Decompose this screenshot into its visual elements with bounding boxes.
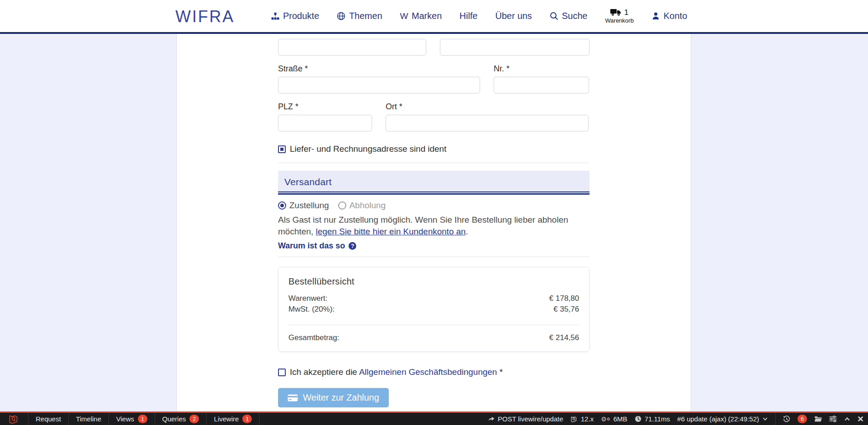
livewire-badge: 1 xyxy=(242,415,252,423)
tab-label: Request xyxy=(36,415,61,423)
summary-total-value: € 214,56 xyxy=(549,332,579,343)
nav-label: Produkte xyxy=(283,11,319,21)
nav-item-warenkorb[interactable]: 1 Warenkorb xyxy=(605,9,634,23)
guest-text-suffix: . xyxy=(466,227,468,236)
address-field-2[interactable] xyxy=(440,39,590,56)
history-count-badge[interactable]: 6 xyxy=(797,415,807,423)
views-badge: 1 xyxy=(138,415,147,423)
radio-zustellung-label: Zustellung xyxy=(289,201,329,210)
ident-address-row: Liefer- und Rechnungsadresse sind ident xyxy=(278,144,590,154)
nav-item-marken[interactable]: W Marken xyxy=(400,11,442,21)
laravel-version-label: 12.x xyxy=(581,415,594,423)
order-summary-card: Bestellübersicht Warenwert: € 178,80 MwS… xyxy=(278,267,590,352)
truck-icon xyxy=(610,9,621,16)
city-label: Ort * xyxy=(386,102,589,112)
request-selector[interactable]: #6 update (ajax) (22:49:52) xyxy=(677,415,768,423)
summary-row-value: € 35,76 xyxy=(553,304,579,315)
radio-selected-icon[interactable] xyxy=(278,201,286,210)
credit-card-icon xyxy=(288,394,298,402)
close-button[interactable] xyxy=(858,416,863,422)
summary-title: Bestellübersicht xyxy=(288,276,579,287)
clock-icon xyxy=(635,416,642,422)
time-item: 71.11ms xyxy=(635,415,670,423)
ident-address-label: Liefer- und Rechnungsadresse sind ident xyxy=(290,144,446,154)
nav-label: Themen xyxy=(349,11,382,21)
search-icon xyxy=(550,12,558,20)
sliders-icon xyxy=(829,416,837,422)
summary-row-label: Warenwert: xyxy=(288,293,327,304)
terms-label: Ich akzeptiere die Allgemeinen Geschäfts… xyxy=(290,367,503,377)
history-button[interactable] xyxy=(783,416,790,423)
minimize-button[interactable] xyxy=(844,416,850,422)
summary-row-label: MwSt. (20%): xyxy=(288,304,335,315)
time-label: 71.11ms xyxy=(645,415,670,423)
nav-item-konto[interactable]: Konto xyxy=(651,11,687,21)
tab-label: Queries xyxy=(162,415,186,423)
tab-queries[interactable]: Queries 2 xyxy=(155,413,207,425)
tab-request[interactable]: Request xyxy=(28,413,68,425)
question-circle-icon[interactable]: ? xyxy=(349,242,356,250)
share-icon xyxy=(488,416,495,422)
radio-zustellung[interactable]: Zustellung xyxy=(278,201,329,210)
ident-address-checkbox[interactable] xyxy=(278,145,286,153)
number-label: Nr. * xyxy=(494,64,589,74)
create-account-link[interactable]: legen Sie bitte hier ein Kundenkonto an xyxy=(316,227,466,236)
laravel-icon[interactable] xyxy=(0,413,28,425)
site-logo[interactable]: WIFRA xyxy=(175,7,235,26)
summary-row: MwSt. (20%): € 35,76 xyxy=(288,304,579,315)
tab-livewire[interactable]: Livewire 1 xyxy=(206,413,259,425)
address-field-1[interactable] xyxy=(278,39,426,56)
globe-icon xyxy=(337,12,345,20)
tab-label: Timeline xyxy=(76,415,101,423)
why-row: Warum ist das so ? xyxy=(278,241,590,251)
request-method-label: POST livewire/update xyxy=(498,415,563,423)
number-input[interactable] xyxy=(494,77,589,93)
nav-item-themen[interactable]: Themen xyxy=(337,11,382,21)
tab-timeline[interactable]: Timeline xyxy=(68,413,108,425)
chevron-down-icon xyxy=(762,416,768,422)
gears-icon: ⚙︎⚙︎ xyxy=(601,416,610,423)
nav-label: Suche xyxy=(562,11,588,21)
history-icon xyxy=(783,416,790,423)
nav-item-produkte[interactable]: Produkte xyxy=(271,11,319,21)
memory-label: 6MB xyxy=(613,415,627,423)
nav-label: Über uns xyxy=(495,11,532,21)
terms-text: Ich akzeptiere die xyxy=(290,367,359,377)
street-input[interactable] xyxy=(278,77,480,93)
user-icon xyxy=(651,12,660,20)
tab-views[interactable]: Views 1 xyxy=(108,413,155,425)
zip-label: PLZ * xyxy=(278,102,372,112)
request-method-item: POST livewire/update xyxy=(488,415,563,423)
tab-label: Livewire xyxy=(214,415,239,423)
shipping-section-header: Versandart xyxy=(278,171,590,195)
terms-row: Ich akzeptiere die Allgemeinen Geschäfts… xyxy=(278,367,590,377)
divider xyxy=(278,257,590,257)
terms-link[interactable]: Allgemeinen Geschäftsbedingungen xyxy=(359,367,497,377)
debugbar-separator xyxy=(775,413,776,425)
open-button[interactable] xyxy=(814,416,822,422)
nav-item-ueber-uns[interactable]: Über uns xyxy=(495,11,532,21)
sitemap-icon xyxy=(271,12,279,20)
pay-button-label: Weiter zur Zahlung xyxy=(303,392,379,403)
terms-checkbox[interactable] xyxy=(278,369,286,376)
current-request-label: #6 update (ajax) (22:49:52) xyxy=(677,415,759,423)
cart-label: Warenkorb xyxy=(605,18,634,23)
radio-abholung-label: Abholung xyxy=(349,201,386,210)
nav-item-hilfe[interactable]: Hilfe xyxy=(459,11,477,21)
divider xyxy=(278,163,590,163)
debugbar-tabs: Request Timeline Views 1 Queries 2 Livew… xyxy=(28,413,259,425)
city-input[interactable] xyxy=(386,115,589,131)
radio-unselected-icon[interactable] xyxy=(338,201,346,210)
nav-label: Marken xyxy=(412,11,442,21)
terms-suffix: * xyxy=(497,367,503,377)
shipping-title: Versandart xyxy=(284,177,332,187)
why-link[interactable]: Warum ist das so xyxy=(278,241,345,251)
nav-label: Konto xyxy=(664,11,687,21)
settings-button[interactable] xyxy=(829,416,837,422)
zip-input[interactable] xyxy=(278,115,372,131)
nav-item-suche[interactable]: Suche xyxy=(550,11,588,21)
nav-label: Hilfe xyxy=(459,11,477,21)
pay-button[interactable]: Weiter zur Zahlung xyxy=(278,388,389,407)
laravel-debugbar: Request Timeline Views 1 Queries 2 Livew… xyxy=(0,411,868,425)
radio-abholung[interactable]: Abholung xyxy=(338,201,386,210)
